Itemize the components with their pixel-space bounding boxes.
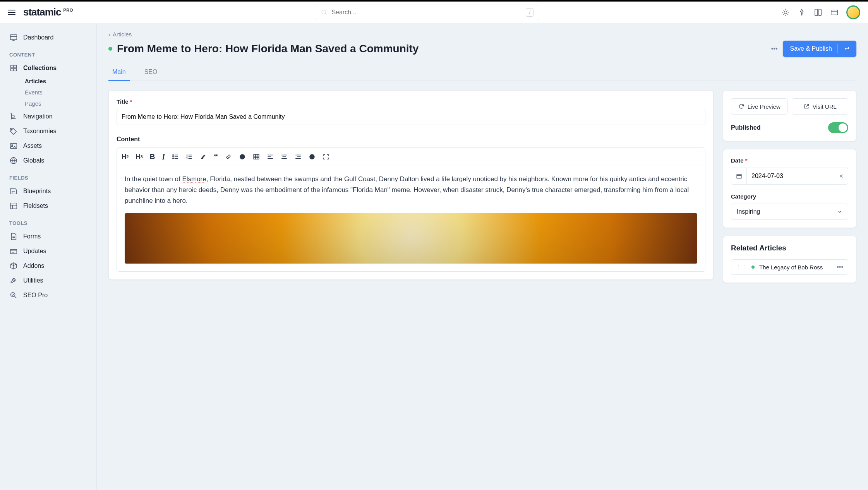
date-label: Date * bbox=[731, 157, 848, 164]
topbar: statamic PRO / bbox=[0, 0, 868, 23]
hamburger-menu[interactable] bbox=[8, 10, 15, 15]
docs-icon[interactable] bbox=[814, 8, 822, 17]
external-link-icon bbox=[803, 103, 810, 110]
meta-card: Date * × Category Inspiring bbox=[723, 149, 856, 228]
bullet-list-button[interactable] bbox=[172, 153, 179, 160]
breadcrumb[interactable]: ‹ Articles bbox=[108, 31, 856, 38]
search-hotkey: / bbox=[526, 8, 533, 17]
svg-rect-17 bbox=[11, 65, 13, 68]
nav-fieldsets[interactable]: Fieldsets bbox=[3, 199, 93, 213]
nav-navigation[interactable]: Navigation bbox=[3, 109, 93, 124]
align-center-button[interactable] bbox=[281, 153, 288, 160]
svg-point-2 bbox=[784, 11, 787, 14]
related-item-menu[interactable]: ••• bbox=[837, 264, 843, 271]
nav-sub-events[interactable]: Events bbox=[3, 87, 93, 98]
nav-taxonomies[interactable]: Taxonomies bbox=[3, 124, 93, 139]
user-avatar[interactable] bbox=[846, 5, 860, 19]
global-search[interactable]: / bbox=[315, 5, 539, 20]
nav-addons[interactable]: Addons bbox=[3, 259, 93, 273]
italic-button[interactable]: I bbox=[162, 152, 165, 161]
h3-button[interactable]: H3 bbox=[136, 153, 142, 161]
fieldsets-icon bbox=[9, 202, 18, 210]
svg-text:3: 3 bbox=[187, 157, 188, 159]
svg-point-37 bbox=[173, 156, 173, 157]
link-button[interactable] bbox=[225, 153, 232, 160]
more-actions-button[interactable]: ••• bbox=[771, 45, 778, 52]
sidebar: Dashboard CONTENT Collections Articles E… bbox=[0, 23, 97, 490]
search-input[interactable] bbox=[331, 9, 522, 16]
navigation-icon bbox=[9, 112, 18, 121]
globe-button[interactable] bbox=[239, 153, 246, 160]
entry-tabs: Main SEO bbox=[108, 65, 856, 81]
align-left-button[interactable] bbox=[267, 153, 274, 160]
nav-globals[interactable]: Globals bbox=[3, 153, 93, 168]
calendar-icon[interactable] bbox=[731, 168, 747, 184]
content-label: Content bbox=[117, 136, 705, 143]
tab-seo[interactable]: SEO bbox=[141, 65, 161, 81]
publish-card: Live Preview Visit URL Published bbox=[723, 90, 856, 141]
bold-button[interactable]: B bbox=[150, 152, 155, 161]
content-image[interactable] bbox=[125, 213, 697, 264]
chevron-left-icon: ‹ bbox=[108, 31, 110, 38]
live-preview-button[interactable]: Live Preview bbox=[731, 98, 788, 115]
nav-assets[interactable]: Assets bbox=[3, 139, 93, 153]
tab-main[interactable]: Main bbox=[108, 65, 130, 81]
theme-toggle-icon[interactable] bbox=[781, 8, 790, 17]
svg-rect-19 bbox=[11, 69, 13, 71]
svg-line-10 bbox=[787, 10, 788, 10]
align-right-button[interactable] bbox=[295, 153, 302, 160]
related-card: Related Articles ⋮⋮ The Legacy of Bob Ro… bbox=[723, 236, 856, 283]
nav-sub-pages[interactable]: Pages bbox=[3, 98, 93, 109]
blockquote-button[interactable]: “ bbox=[214, 152, 218, 162]
page-title: From Meme to Hero: How Florida Man Saved… bbox=[117, 43, 419, 55]
title-input[interactable] bbox=[117, 109, 705, 125]
code-view-button[interactable] bbox=[309, 153, 316, 160]
assets-icon bbox=[9, 142, 18, 150]
clear-format-button[interactable] bbox=[200, 153, 207, 160]
globals-icon bbox=[9, 156, 18, 165]
nav-utilities[interactable]: Utilities bbox=[3, 273, 93, 288]
svg-line-6 bbox=[787, 14, 788, 15]
content-area: ‹ Articles From Meme to Hero: How Florid… bbox=[97, 23, 868, 490]
related-title: Related Articles bbox=[731, 244, 848, 252]
nav-sub-articles[interactable]: Articles bbox=[3, 75, 93, 87]
taxonomies-icon bbox=[9, 127, 18, 135]
svg-point-22 bbox=[11, 129, 12, 130]
svg-rect-11 bbox=[831, 10, 838, 15]
svg-rect-13 bbox=[10, 35, 17, 40]
drag-handle-icon[interactable]: ⋮⋮ bbox=[736, 264, 747, 270]
title-label: Title * bbox=[117, 98, 705, 105]
nav-blueprints[interactable]: Blueprints bbox=[3, 184, 93, 199]
content-editor[interactable]: In the quiet town of Elsmore, Florida, n… bbox=[117, 166, 705, 272]
svg-line-9 bbox=[783, 14, 783, 15]
utilities-icon bbox=[9, 276, 18, 285]
save-publish-button[interactable]: Save & Publish bbox=[783, 41, 856, 57]
table-button[interactable] bbox=[253, 153, 260, 160]
pin-icon[interactable] bbox=[798, 8, 806, 17]
related-item[interactable]: ⋮⋮ The Legacy of Bob Ross ••• bbox=[731, 259, 848, 275]
dashboard-icon bbox=[9, 33, 18, 42]
date-clear-button[interactable]: × bbox=[834, 172, 848, 180]
nav-seopro[interactable]: SEO Pro bbox=[3, 288, 93, 303]
blueprints-icon bbox=[9, 187, 18, 195]
published-label: Published bbox=[731, 124, 760, 131]
nav-collections[interactable]: Collections bbox=[3, 61, 93, 75]
visit-url-button[interactable]: Visit URL bbox=[792, 98, 849, 115]
h2-button[interactable]: H2 bbox=[122, 153, 129, 161]
svg-line-5 bbox=[783, 10, 783, 10]
category-select[interactable]: Inspiring bbox=[731, 204, 848, 220]
logo-badge: PRO bbox=[63, 8, 73, 12]
seopro-icon bbox=[9, 291, 18, 300]
logo[interactable]: statamic PRO bbox=[23, 6, 73, 18]
site-icon[interactable] bbox=[830, 8, 839, 17]
nav-dashboard[interactable]: Dashboard bbox=[3, 30, 93, 45]
svg-line-1 bbox=[325, 14, 327, 15]
fullscreen-button[interactable] bbox=[322, 153, 329, 160]
svg-rect-26 bbox=[10, 203, 17, 209]
svg-point-21 bbox=[11, 113, 12, 114]
published-toggle[interactable] bbox=[828, 122, 848, 133]
ordered-list-button[interactable]: 123 bbox=[186, 153, 193, 160]
nav-forms[interactable]: Forms bbox=[3, 229, 93, 244]
date-input[interactable] bbox=[747, 168, 834, 184]
nav-updates[interactable]: Updates bbox=[3, 244, 93, 259]
